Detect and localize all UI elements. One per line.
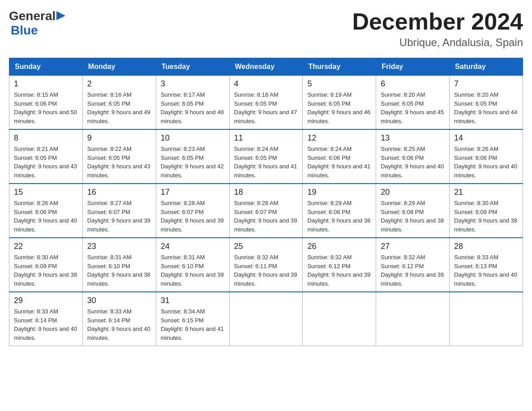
day-number: 16 (87, 188, 151, 197)
calendar-week-row: 22 Sunrise: 8:30 AMSunset: 6:09 PMDaylig… (9, 238, 523, 292)
day-number: 1 (14, 79, 78, 89)
day-number: 21 (454, 188, 518, 197)
calendar-cell: 8 Sunrise: 8:21 AMSunset: 6:05 PMDayligh… (9, 129, 83, 184)
calendar-cell: 13 Sunrise: 8:25 AMSunset: 6:06 PMDaylig… (376, 129, 450, 184)
day-info: Sunrise: 8:25 AMSunset: 6:06 PMDaylight:… (381, 146, 444, 179)
calendar-cell: 24 Sunrise: 8:31 AMSunset: 6:10 PMDaylig… (156, 238, 229, 292)
calendar-cell: 19 Sunrise: 8:29 AMSunset: 6:08 PMDaylig… (303, 184, 376, 238)
day-info: Sunrise: 8:19 AMSunset: 6:05 PMDaylight:… (307, 91, 370, 124)
day-info: Sunrise: 8:16 AMSunset: 6:05 PMDaylight:… (87, 91, 150, 124)
day-number: 3 (161, 79, 225, 89)
header-saturday: Saturday (450, 58, 523, 76)
header-thursday: Thursday (303, 58, 376, 76)
calendar-cell: 22 Sunrise: 8:30 AMSunset: 6:09 PMDaylig… (9, 238, 83, 292)
day-info: Sunrise: 8:28 AMSunset: 6:07 PMDaylight:… (161, 200, 224, 233)
calendar-cell: 14 Sunrise: 8:26 AMSunset: 6:06 PMDaylig… (450, 129, 523, 184)
day-info: Sunrise: 8:18 AMSunset: 6:05 PMDaylight:… (234, 91, 297, 124)
day-number: 19 (307, 188, 371, 197)
calendar-cell: 28 Sunrise: 8:33 AMSunset: 6:13 PMDaylig… (450, 238, 523, 292)
calendar-cell: 17 Sunrise: 8:28 AMSunset: 6:07 PMDaylig… (156, 184, 229, 238)
calendar-cell: 26 Sunrise: 8:32 AMSunset: 6:12 PMDaylig… (303, 238, 376, 292)
day-info: Sunrise: 8:17 AMSunset: 6:05 PMDaylight:… (161, 91, 224, 124)
day-info: Sunrise: 8:29 AMSunset: 6:08 PMDaylight:… (307, 200, 370, 233)
header-tuesday: Tuesday (156, 58, 229, 76)
calendar-cell: 31 Sunrise: 8:34 AMSunset: 6:15 PMDaylig… (156, 292, 229, 346)
day-info: Sunrise: 8:24 AMSunset: 6:05 PMDaylight:… (234, 146, 297, 179)
location-title: Ubrique, Andalusia, Spain (352, 36, 523, 49)
logo-blue-text: Blue (11, 23, 38, 37)
page-header: General Blue December 2024 Ubrique, Anda… (9, 9, 523, 49)
day-info: Sunrise: 8:26 AMSunset: 6:06 PMDaylight:… (454, 146, 517, 179)
day-number: 20 (381, 188, 445, 197)
calendar-cell: 21 Sunrise: 8:30 AMSunset: 6:09 PMDaylig… (450, 184, 523, 238)
calendar-cell: 29 Sunrise: 8:33 AMSunset: 6:14 PMDaylig… (9, 292, 83, 346)
day-number: 25 (234, 242, 298, 251)
calendar-header-row: Sunday Monday Tuesday Wednesday Thursday… (9, 58, 523, 76)
calendar-cell: 16 Sunrise: 8:27 AMSunset: 6:07 PMDaylig… (82, 184, 156, 238)
day-number: 2 (87, 79, 151, 89)
calendar-cell: 30 Sunrise: 8:33 AMSunset: 6:14 PMDaylig… (82, 292, 156, 346)
calendar-cell: 9 Sunrise: 8:22 AMSunset: 6:05 PMDayligh… (82, 129, 156, 184)
day-info: Sunrise: 8:33 AMSunset: 6:14 PMDaylight:… (87, 308, 150, 341)
day-number: 11 (234, 133, 298, 143)
logo-arrow-icon (56, 11, 65, 22)
calendar-cell: 20 Sunrise: 8:29 AMSunset: 6:08 PMDaylig… (376, 184, 450, 238)
header-sunday: Sunday (9, 58, 83, 76)
day-number: 6 (381, 79, 445, 89)
day-number: 27 (381, 242, 445, 251)
day-number: 18 (234, 188, 298, 197)
calendar-week-row: 8 Sunrise: 8:21 AMSunset: 6:05 PMDayligh… (9, 129, 523, 184)
day-info: Sunrise: 8:30 AMSunset: 6:09 PMDaylight:… (454, 200, 517, 233)
calendar-cell (450, 292, 523, 346)
day-info: Sunrise: 8:33 AMSunset: 6:14 PMDaylight:… (14, 308, 77, 341)
day-number: 8 (14, 133, 78, 143)
day-number: 29 (14, 296, 78, 305)
day-number: 30 (87, 296, 151, 305)
calendar-cell: 18 Sunrise: 8:28 AMSunset: 6:07 PMDaylig… (229, 184, 303, 238)
day-info: Sunrise: 8:20 AMSunset: 6:05 PMDaylight:… (454, 91, 517, 124)
day-info: Sunrise: 8:33 AMSunset: 6:13 PMDaylight:… (454, 254, 517, 287)
day-info: Sunrise: 8:34 AMSunset: 6:15 PMDaylight:… (161, 308, 224, 341)
title-section: December 2024 Ubrique, Andalusia, Spain (352, 9, 523, 49)
day-info: Sunrise: 8:24 AMSunset: 6:06 PMDaylight:… (307, 146, 370, 179)
day-info: Sunrise: 8:20 AMSunset: 6:05 PMDaylight:… (381, 91, 444, 124)
day-number: 10 (161, 133, 225, 143)
day-info: Sunrise: 8:22 AMSunset: 6:05 PMDaylight:… (87, 146, 150, 179)
day-number: 24 (161, 242, 225, 251)
calendar-cell (376, 292, 450, 346)
calendar-cell (303, 292, 376, 346)
calendar-week-row: 15 Sunrise: 8:26 AMSunset: 6:06 PMDaylig… (9, 184, 523, 238)
calendar-cell: 27 Sunrise: 8:32 AMSunset: 6:12 PMDaylig… (376, 238, 450, 292)
header-monday: Monday (82, 58, 156, 76)
calendar-cell: 23 Sunrise: 8:31 AMSunset: 6:10 PMDaylig… (82, 238, 156, 292)
svg-marker-0 (56, 11, 65, 20)
calendar-cell: 3 Sunrise: 8:17 AMSunset: 6:05 PMDayligh… (156, 76, 229, 130)
calendar-cell: 7 Sunrise: 8:20 AMSunset: 6:05 PMDayligh… (450, 76, 523, 130)
calendar-cell: 1 Sunrise: 8:15 AMSunset: 6:06 PMDayligh… (9, 76, 83, 130)
day-number: 26 (307, 242, 371, 251)
header-wednesday: Wednesday (229, 58, 303, 76)
day-info: Sunrise: 8:27 AMSunset: 6:07 PMDaylight:… (87, 200, 150, 233)
day-number: 4 (234, 79, 298, 89)
logo: General Blue (9, 9, 65, 38)
day-info: Sunrise: 8:31 AMSunset: 6:10 PMDaylight:… (87, 254, 150, 287)
calendar-cell: 5 Sunrise: 8:19 AMSunset: 6:05 PMDayligh… (303, 76, 376, 130)
day-number: 31 (161, 296, 225, 305)
day-number: 12 (307, 133, 371, 143)
calendar-cell: 6 Sunrise: 8:20 AMSunset: 6:05 PMDayligh… (376, 76, 450, 130)
calendar-table: Sunday Monday Tuesday Wednesday Thursday… (9, 58, 523, 346)
calendar-cell: 11 Sunrise: 8:24 AMSunset: 6:05 PMDaylig… (229, 129, 303, 184)
day-number: 15 (14, 188, 78, 197)
day-info: Sunrise: 8:29 AMSunset: 6:08 PMDaylight:… (381, 200, 444, 233)
calendar-week-row: 29 Sunrise: 8:33 AMSunset: 6:14 PMDaylig… (9, 292, 523, 346)
month-title: December 2024 (352, 9, 523, 34)
day-info: Sunrise: 8:32 AMSunset: 6:11 PMDaylight:… (234, 254, 297, 287)
day-number: 7 (454, 79, 518, 89)
day-info: Sunrise: 8:23 AMSunset: 6:05 PMDaylight:… (161, 146, 224, 179)
calendar-week-row: 1 Sunrise: 8:15 AMSunset: 6:06 PMDayligh… (9, 76, 523, 130)
calendar-cell: 4 Sunrise: 8:18 AMSunset: 6:05 PMDayligh… (229, 76, 303, 130)
day-number: 14 (454, 133, 518, 143)
day-info: Sunrise: 8:32 AMSunset: 6:12 PMDaylight:… (307, 254, 370, 287)
calendar-cell: 12 Sunrise: 8:24 AMSunset: 6:06 PMDaylig… (303, 129, 376, 184)
day-info: Sunrise: 8:26 AMSunset: 6:06 PMDaylight:… (14, 200, 77, 233)
